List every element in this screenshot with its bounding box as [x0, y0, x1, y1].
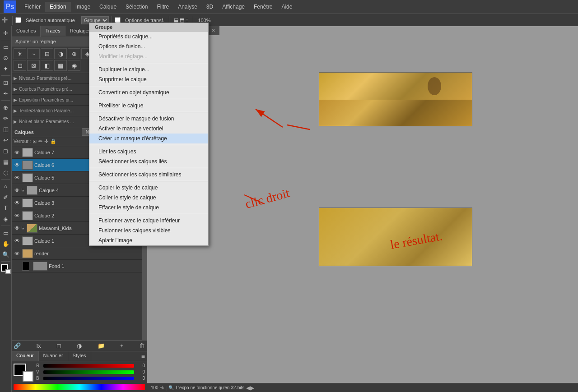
ctx-coller-style[interactable]: Coller le style de calque: [89, 193, 208, 203]
channel-v-slider[interactable]: [43, 370, 134, 374]
tab-traces[interactable]: Tracés: [41, 26, 65, 37]
threshold-adj-icon[interactable]: ◧: [41, 60, 53, 71]
shape-tool[interactable]: ▭: [1, 228, 11, 238]
channel-r-slider[interactable]: [43, 364, 134, 368]
ctx-effacer-style[interactable]: Effacer le style de calque: [89, 203, 208, 212]
menu-calque[interactable]: Calque: [95, 2, 121, 12]
gradient-map-adj-icon[interactable]: ▦: [54, 60, 67, 71]
text-tool[interactable]: T: [1, 203, 11, 213]
menu-image[interactable]: Image: [71, 2, 95, 12]
curves-adj-icon[interactable]: ~: [27, 48, 40, 59]
ctx-desactiver-masque[interactable]: Désactiver le masque de fusion: [89, 114, 208, 124]
layer-fond1[interactable]: 👁 Fond 1: [12, 260, 147, 272]
layer-delete-btn[interactable]: 🗑: [139, 342, 145, 349]
ctx-creer-masque-ecretage[interactable]: Créer un masque d'écrêtage: [89, 134, 208, 143]
doc-tab-close-btn[interactable]: ✕: [211, 28, 215, 33]
menu-filtre[interactable]: Filtre: [152, 2, 173, 12]
color-swatches[interactable]: [14, 364, 33, 382]
move-tool[interactable]: ✛: [1, 28, 11, 38]
ctx-pixelliser[interactable]: Pixelliser le calque: [89, 101, 208, 111]
hand-tool[interactable]: ✋: [1, 239, 11, 249]
menu-fichier[interactable]: Fichier: [20, 2, 45, 12]
ctx-copier-style[interactable]: Copier le style de calque: [89, 183, 208, 193]
brightness-adj-icon[interactable]: ☀: [14, 48, 26, 59]
lock-move-icon[interactable]: ✛: [44, 138, 48, 144]
poster-adj-icon[interactable]: ⊠: [27, 60, 40, 71]
visibility-icon-7[interactable]: 👁: [14, 149, 21, 156]
foreground-bg-swatches[interactable]: [1, 264, 11, 274]
visibility-icon-1[interactable]: 👁: [14, 238, 21, 244]
menu-analyse[interactable]: Analyse: [173, 2, 202, 12]
path-tool[interactable]: ◈: [1, 214, 11, 224]
ctx-modifier-reglage[interactable]: Modifier le réglage...: [89, 51, 208, 61]
ctx-proprietes[interactable]: Propriétés du calque...: [89, 32, 208, 42]
hue-sat-adj-icon[interactable]: ⊕: [68, 48, 80, 59]
dodge-tool[interactable]: ○: [1, 181, 11, 191]
menu-aide[interactable]: Aide: [277, 2, 297, 12]
stamp-tool[interactable]: ◫: [1, 124, 11, 134]
tab-nuancier[interactable]: Nuancier: [39, 351, 68, 361]
ctx-lier-calques[interactable]: Lier les calques: [89, 147, 208, 157]
visibility-icon-4[interactable]: 👁: [14, 187, 21, 194]
tab-styles[interactable]: Styles: [68, 351, 91, 361]
layer-adj-btn[interactable]: ◑: [77, 342, 82, 349]
levels-adj-icon[interactable]: ⊟: [41, 48, 53, 59]
layer-mask-btn[interactable]: ◻: [56, 342, 61, 349]
status-nav-left[interactable]: ◀: [246, 385, 250, 391]
ctx-selectionner-similaires[interactable]: Sélectionner les calques similaires: [89, 170, 208, 180]
crop-tool[interactable]: ⊡: [1, 78, 11, 88]
ctx-fusionner-visibles[interactable]: Fusionner les calques visibles: [89, 226, 208, 235]
color-spectrum[interactable]: [14, 384, 145, 390]
lasso-tool[interactable]: ⊙: [1, 53, 11, 63]
ctx-dupliquer[interactable]: Dupliquer le calque...: [89, 65, 208, 74]
tab-couleur[interactable]: Couleur: [12, 351, 39, 361]
layer-group-btn[interactable]: 📁: [98, 342, 105, 349]
lock-checkered-icon[interactable]: ⊡: [33, 138, 37, 144]
visibility-icon-6[interactable]: 👁: [14, 162, 21, 168]
layer-render[interactable]: 👁 render: [12, 247, 147, 260]
background-swatch[interactable]: [5, 269, 11, 274]
blur-tool[interactable]: ◌: [1, 167, 11, 177]
invert-adj-icon[interactable]: ⊡: [14, 60, 26, 71]
menu-fenetre[interactable]: Fenêtre: [249, 2, 277, 12]
couleur-options-btn[interactable]: ≡: [140, 351, 147, 361]
pen-tool[interactable]: ✐: [1, 192, 11, 202]
visibility-icon-2[interactable]: 👁: [14, 212, 21, 219]
selection-tool[interactable]: ▭: [1, 42, 11, 52]
zoom-tool[interactable]: 🔍: [1, 249, 11, 259]
eraser-tool[interactable]: ◻: [1, 146, 11, 156]
gradient-tool[interactable]: ▤: [1, 157, 11, 166]
lock-brush-icon[interactable]: ✏: [38, 138, 42, 144]
layer-fx-btn[interactable]: fx: [36, 342, 41, 349]
visibility-icon-3[interactable]: 👁: [14, 200, 21, 206]
ctx-selectionner-lies[interactable]: Sélectionner les calques liés: [89, 157, 208, 166]
ctx-convertir[interactable]: Convertir en objet dynamique: [89, 88, 208, 97]
wand-tool[interactable]: ✦: [1, 64, 11, 74]
ctx-supprimer[interactable]: Supprimer le calque: [89, 74, 208, 84]
visibility-icon-5[interactable]: 👁: [14, 175, 21, 181]
menu-selection[interactable]: Sélection: [121, 2, 152, 12]
selective-color-adj-icon[interactable]: ◉: [68, 60, 80, 71]
tab-couches[interactable]: Couches: [12, 26, 41, 37]
bg-color-swatch[interactable]: [23, 371, 33, 382]
healing-tool[interactable]: ⊕: [1, 102, 11, 112]
history-tool[interactable]: ↩: [1, 135, 11, 145]
auto-selection-checkbox[interactable]: [15, 17, 21, 23]
ctx-activer-vectoriel[interactable]: Activer le masque vectoriel: [89, 124, 208, 134]
eyedropper-tool[interactable]: ✒: [1, 88, 11, 98]
ctx-options-fusion[interactable]: Options de fusion...: [89, 42, 208, 51]
ctx-fusionner-inferieur[interactable]: Fusionner avec le calque inférieur: [89, 216, 208, 226]
menu-affichage[interactable]: Affichage: [218, 2, 249, 12]
move-tool-icon[interactable]: ✛: [2, 16, 8, 24]
menu-edition[interactable]: Edition: [45, 2, 71, 12]
lock-all-icon[interactable]: 🔒: [50, 138, 56, 144]
ctx-aplatir[interactable]: Aplatir l'image: [89, 235, 208, 245]
layer-new-btn[interactable]: +: [120, 342, 124, 349]
visibility-icon-render[interactable]: 👁: [14, 250, 21, 257]
exposure-adj-icon[interactable]: ◑: [54, 48, 67, 59]
menu-3d[interactable]: 3D: [202, 2, 218, 12]
channel-b-slider[interactable]: [43, 377, 134, 380]
status-nav-right[interactable]: ▶: [250, 385, 254, 391]
brush-tool[interactable]: ✏: [1, 113, 11, 123]
visibility-icon-masaomi[interactable]: 👁: [14, 225, 21, 231]
